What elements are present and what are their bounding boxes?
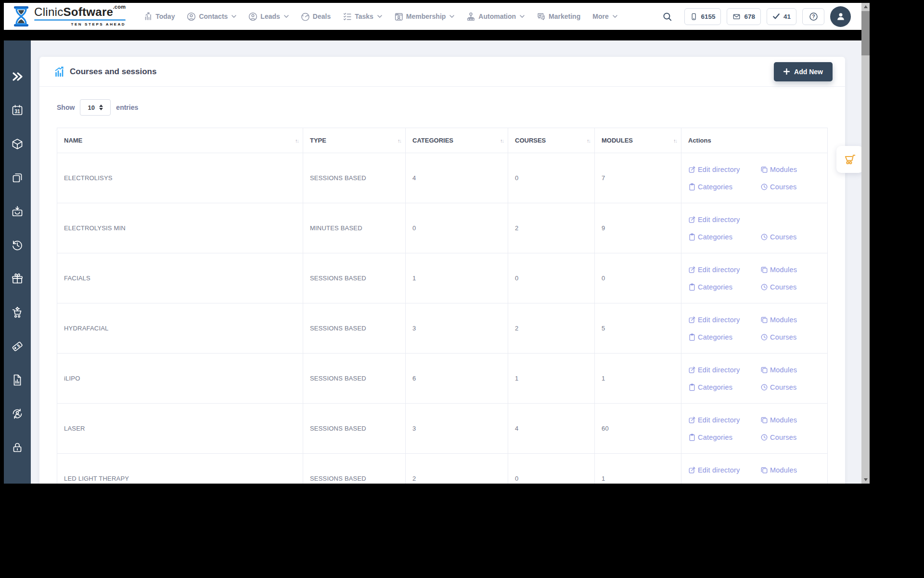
edit-directory-link[interactable]: Edit directory <box>688 216 760 223</box>
modules-cell: 7 <box>595 153 681 203</box>
edit-directory-link[interactable]: Edit directory <box>688 416 760 424</box>
categories-link[interactable]: Categories <box>688 484 760 484</box>
edit-icon <box>688 416 696 424</box>
chevron-down-icon <box>284 15 289 18</box>
column-header-type[interactable]: TYPE↑↓ <box>303 128 406 153</box>
type-cell: SESSIONS BASED <box>303 253 406 303</box>
categories-link[interactable]: Categories <box>688 183 760 191</box>
modules-link[interactable]: Modules <box>760 266 821 274</box>
actions-cell: Edit directory Modules Categories Course… <box>681 454 828 484</box>
scroll-up-arrow-icon[interactable] <box>861 3 870 11</box>
courses-link[interactable]: Courses <box>760 484 821 484</box>
gauge-icon <box>301 12 310 21</box>
sitemap-icon <box>466 12 475 21</box>
categories-cell: 2 <box>406 454 508 484</box>
main-nav: Today Contacts Leads Deals Tasks <box>144 12 617 21</box>
add-new-button[interactable]: Add New <box>774 62 833 81</box>
calls-badge[interactable]: 6155 <box>684 8 721 25</box>
courses-cell: 4 <box>508 404 595 454</box>
modules-link[interactable]: Modules <box>760 316 821 324</box>
nav-item-marketing[interactable]: Marketing <box>537 12 580 21</box>
chevron-down-icon <box>377 15 382 18</box>
courses-link[interactable]: Courses <box>760 434 821 441</box>
nav-item-deals[interactable]: Deals <box>301 12 331 21</box>
type-cell: SESSIONS BASED <box>303 153 406 203</box>
courses-link[interactable]: Courses <box>760 333 821 341</box>
edit-directory-link[interactable]: Edit directory <box>688 266 760 274</box>
lock-icon[interactable] <box>4 431 31 464</box>
column-header-courses[interactable]: COURSES↑↓ <box>508 128 595 153</box>
nav-item-today[interactable]: Today <box>144 12 175 21</box>
user-sync-icon[interactable] <box>4 397 31 431</box>
categories-icon <box>688 333 696 341</box>
name-cell: ELECTROLYSIS MIN <box>57 203 303 253</box>
page-size-select[interactable]: 10 <box>80 99 111 116</box>
vertical-scrollbar[interactable] <box>861 3 870 484</box>
categories-link[interactable]: Categories <box>688 233 760 241</box>
modules-link[interactable]: Modules <box>760 166 821 173</box>
checklist-icon <box>343 12 352 21</box>
help-icon: ? <box>809 12 818 21</box>
report-document-icon[interactable] <box>4 363 31 397</box>
search-icon[interactable] <box>663 12 672 21</box>
courses-link[interactable]: Courses <box>760 233 821 241</box>
bar-chart-icon <box>144 12 153 21</box>
history-icon[interactable] <box>4 228 31 262</box>
courses-link[interactable]: Courses <box>760 383 821 391</box>
cart-shortcut-button[interactable] <box>836 146 863 173</box>
nav-item-leads[interactable]: Leads <box>248 12 288 21</box>
tasks-badge[interactable]: 41 <box>767 8 796 25</box>
categories-link[interactable]: Categories <box>688 333 760 341</box>
cart-gear-icon[interactable] <box>4 296 31 329</box>
modules-icon <box>760 266 768 274</box>
price-tag-icon[interactable]: $ <box>4 329 31 363</box>
phone-icon <box>690 13 697 21</box>
brand-tld: .com <box>113 4 126 10</box>
calendar-icon[interactable]: 31 <box>4 93 31 127</box>
nav-item-contacts[interactable]: Contacts <box>187 12 236 21</box>
column-header-modules[interactable]: MODULES↑↓ <box>595 128 681 153</box>
cash-register-icon[interactable] <box>4 195 31 228</box>
modules-link[interactable]: Modules <box>760 366 821 374</box>
column-header-name[interactable]: NAME↑↓ <box>57 128 303 153</box>
actions-cell: Edit directory Modules Categories Course… <box>681 153 828 203</box>
nav-item-membership[interactable]: Membership <box>394 12 454 21</box>
edit-directory-link[interactable]: Edit directory <box>688 366 760 374</box>
categories-link[interactable]: Categories <box>688 434 760 441</box>
scroll-down-arrow-icon[interactable] <box>861 476 870 484</box>
courses-cell: 0 <box>508 153 595 203</box>
help-button[interactable]: ? <box>802 8 824 25</box>
modules-link[interactable]: Modules <box>760 466 821 474</box>
edit-directory-link[interactable]: Edit directory <box>688 166 760 173</box>
courses-cell: 2 <box>508 203 595 253</box>
double-chevron-right-icon[interactable] <box>4 60 31 93</box>
edit-directory-link[interactable]: Edit directory <box>688 466 760 474</box>
courses-link[interactable]: Courses <box>760 283 821 291</box>
brand-tagline: TEN STEPS AHEAD <box>71 22 126 26</box>
categories-link[interactable]: Categories <box>688 283 760 291</box>
categories-icon <box>688 233 696 241</box>
actions-cell: Edit directory Modules Categories Course… <box>681 354 828 404</box>
chevron-down-icon <box>449 15 454 18</box>
name-cell: ELECTROLISYS <box>57 153 303 203</box>
nav-item-automation[interactable]: Automation <box>466 12 525 21</box>
nav-item-more[interactable]: More <box>592 13 617 20</box>
scrollbar-thumb[interactable] <box>861 11 870 55</box>
column-header-categories[interactable]: CATEGORIES↑↓ <box>406 128 508 153</box>
nav-item-tasks[interactable]: Tasks <box>343 12 382 21</box>
chevron-down-icon <box>520 15 525 18</box>
categories-cell: 4 <box>406 153 508 203</box>
copy-icon[interactable] <box>4 161 31 195</box>
categories-link[interactable]: Categories <box>688 383 760 391</box>
brand-logo[interactable]: ClinicSoftware.com TEN STEPS AHEAD <box>12 6 126 27</box>
modules-link[interactable]: Modules <box>760 416 821 424</box>
table-row: LED LIGHT THERAPY SESSIONS BASED 2 0 1 E… <box>57 454 828 484</box>
avatar[interactable] <box>830 6 851 27</box>
mail-badge[interactable]: 678 <box>727 8 761 25</box>
cube-icon[interactable] <box>4 127 31 161</box>
gift-icon[interactable] <box>4 262 31 296</box>
edit-directory-link[interactable]: Edit directory <box>688 316 760 324</box>
svg-text:?: ? <box>812 14 815 19</box>
courses-link[interactable]: Courses <box>760 183 821 191</box>
table-row: iLIPO SESSIONS BASED 6 1 1 Edit director… <box>57 354 828 404</box>
